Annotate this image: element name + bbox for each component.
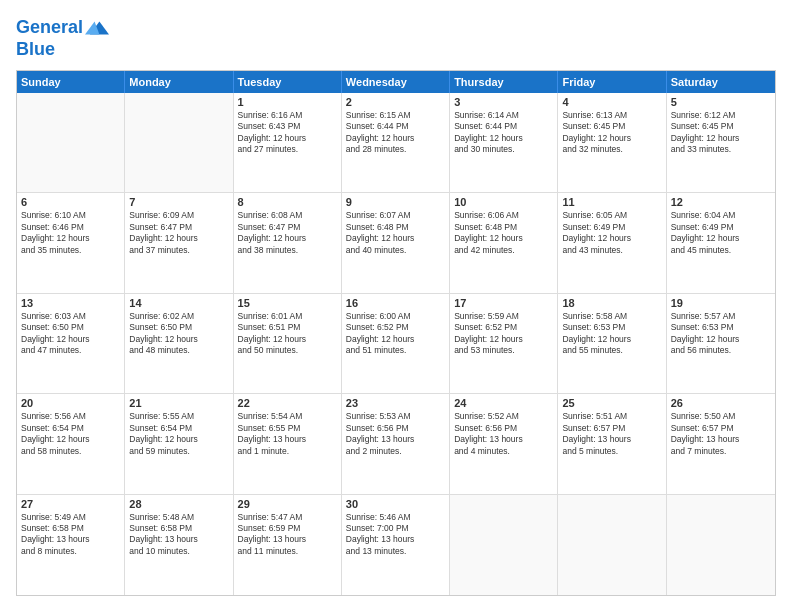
cell-info: Sunrise: 5:51 AM Sunset: 6:57 PM Dayligh…: [562, 411, 661, 457]
calendar-cell: 23Sunrise: 5:53 AM Sunset: 6:56 PM Dayli…: [342, 394, 450, 493]
cell-info: Sunrise: 6:13 AM Sunset: 6:45 PM Dayligh…: [562, 110, 661, 156]
cell-info: Sunrise: 6:08 AM Sunset: 6:47 PM Dayligh…: [238, 210, 337, 256]
day-number: 24: [454, 397, 553, 409]
cell-info: Sunrise: 6:06 AM Sunset: 6:48 PM Dayligh…: [454, 210, 553, 256]
cell-info: Sunrise: 5:49 AM Sunset: 6:58 PM Dayligh…: [21, 512, 120, 558]
day-number: 21: [129, 397, 228, 409]
header-day-saturday: Saturday: [667, 71, 775, 93]
calendar-cell: 14Sunrise: 6:02 AM Sunset: 6:50 PM Dayli…: [125, 294, 233, 393]
logo: General Blue: [16, 16, 109, 60]
day-number: 19: [671, 297, 771, 309]
calendar-cell: 25Sunrise: 5:51 AM Sunset: 6:57 PM Dayli…: [558, 394, 666, 493]
calendar-row-5: 27Sunrise: 5:49 AM Sunset: 6:58 PM Dayli…: [17, 495, 775, 595]
logo-blue: Blue: [16, 40, 109, 60]
day-number: 29: [238, 498, 337, 510]
day-number: 25: [562, 397, 661, 409]
day-number: 6: [21, 196, 120, 208]
calendar-row-3: 13Sunrise: 6:03 AM Sunset: 6:50 PM Dayli…: [17, 294, 775, 394]
calendar-cell: 9Sunrise: 6:07 AM Sunset: 6:48 PM Daylig…: [342, 193, 450, 292]
calendar-cell: 20Sunrise: 5:56 AM Sunset: 6:54 PM Dayli…: [17, 394, 125, 493]
day-number: 16: [346, 297, 445, 309]
calendar-cell: 19Sunrise: 5:57 AM Sunset: 6:53 PM Dayli…: [667, 294, 775, 393]
day-number: 5: [671, 96, 771, 108]
calendar-header: SundayMondayTuesdayWednesdayThursdayFrid…: [17, 71, 775, 93]
cell-info: Sunrise: 6:07 AM Sunset: 6:48 PM Dayligh…: [346, 210, 445, 256]
calendar-cell: 13Sunrise: 6:03 AM Sunset: 6:50 PM Dayli…: [17, 294, 125, 393]
calendar-cell: 22Sunrise: 5:54 AM Sunset: 6:55 PM Dayli…: [234, 394, 342, 493]
cell-info: Sunrise: 5:54 AM Sunset: 6:55 PM Dayligh…: [238, 411, 337, 457]
header-day-friday: Friday: [558, 71, 666, 93]
day-number: 26: [671, 397, 771, 409]
cell-info: Sunrise: 5:53 AM Sunset: 6:56 PM Dayligh…: [346, 411, 445, 457]
day-number: 22: [238, 397, 337, 409]
cell-info: Sunrise: 5:46 AM Sunset: 7:00 PM Dayligh…: [346, 512, 445, 558]
calendar-cell: 4Sunrise: 6:13 AM Sunset: 6:45 PM Daylig…: [558, 93, 666, 192]
cell-info: Sunrise: 5:56 AM Sunset: 6:54 PM Dayligh…: [21, 411, 120, 457]
day-number: 2: [346, 96, 445, 108]
cell-info: Sunrise: 6:02 AM Sunset: 6:50 PM Dayligh…: [129, 311, 228, 357]
calendar-cell: 30Sunrise: 5:46 AM Sunset: 7:00 PM Dayli…: [342, 495, 450, 595]
day-number: 4: [562, 96, 661, 108]
day-number: 20: [21, 397, 120, 409]
calendar-cell: 17Sunrise: 5:59 AM Sunset: 6:52 PM Dayli…: [450, 294, 558, 393]
cell-info: Sunrise: 6:05 AM Sunset: 6:49 PM Dayligh…: [562, 210, 661, 256]
cell-info: Sunrise: 5:57 AM Sunset: 6:53 PM Dayligh…: [671, 311, 771, 357]
header: General Blue: [16, 16, 776, 60]
cell-info: Sunrise: 5:52 AM Sunset: 6:56 PM Dayligh…: [454, 411, 553, 457]
calendar-cell: 8Sunrise: 6:08 AM Sunset: 6:47 PM Daylig…: [234, 193, 342, 292]
day-number: 9: [346, 196, 445, 208]
page: General Blue SundayMondayTuesdayWednesda…: [0, 0, 792, 612]
header-day-sunday: Sunday: [17, 71, 125, 93]
calendar-row-2: 6Sunrise: 6:10 AM Sunset: 6:46 PM Daylig…: [17, 193, 775, 293]
calendar-cell: 5Sunrise: 6:12 AM Sunset: 6:45 PM Daylig…: [667, 93, 775, 192]
header-day-tuesday: Tuesday: [234, 71, 342, 93]
calendar-cell: [450, 495, 558, 595]
day-number: 3: [454, 96, 553, 108]
cell-info: Sunrise: 6:10 AM Sunset: 6:46 PM Dayligh…: [21, 210, 120, 256]
cell-info: Sunrise: 6:03 AM Sunset: 6:50 PM Dayligh…: [21, 311, 120, 357]
cell-info: Sunrise: 6:00 AM Sunset: 6:52 PM Dayligh…: [346, 311, 445, 357]
cell-info: Sunrise: 6:12 AM Sunset: 6:45 PM Dayligh…: [671, 110, 771, 156]
cell-info: Sunrise: 6:16 AM Sunset: 6:43 PM Dayligh…: [238, 110, 337, 156]
calendar-cell: 28Sunrise: 5:48 AM Sunset: 6:58 PM Dayli…: [125, 495, 233, 595]
day-number: 30: [346, 498, 445, 510]
header-day-wednesday: Wednesday: [342, 71, 450, 93]
calendar-cell: 24Sunrise: 5:52 AM Sunset: 6:56 PM Dayli…: [450, 394, 558, 493]
cell-info: Sunrise: 5:50 AM Sunset: 6:57 PM Dayligh…: [671, 411, 771, 457]
day-number: 11: [562, 196, 661, 208]
calendar-cell: 26Sunrise: 5:50 AM Sunset: 6:57 PM Dayli…: [667, 394, 775, 493]
calendar-cell: 15Sunrise: 6:01 AM Sunset: 6:51 PM Dayli…: [234, 294, 342, 393]
cell-info: Sunrise: 6:09 AM Sunset: 6:47 PM Dayligh…: [129, 210, 228, 256]
calendar: SundayMondayTuesdayWednesdayThursdayFrid…: [16, 70, 776, 596]
cell-info: Sunrise: 5:58 AM Sunset: 6:53 PM Dayligh…: [562, 311, 661, 357]
calendar-cell: 10Sunrise: 6:06 AM Sunset: 6:48 PM Dayli…: [450, 193, 558, 292]
calendar-cell: 21Sunrise: 5:55 AM Sunset: 6:54 PM Dayli…: [125, 394, 233, 493]
day-number: 14: [129, 297, 228, 309]
calendar-cell: 29Sunrise: 5:47 AM Sunset: 6:59 PM Dayli…: [234, 495, 342, 595]
day-number: 28: [129, 498, 228, 510]
calendar-cell: [125, 93, 233, 192]
calendar-cell: 18Sunrise: 5:58 AM Sunset: 6:53 PM Dayli…: [558, 294, 666, 393]
day-number: 1: [238, 96, 337, 108]
cell-info: Sunrise: 5:55 AM Sunset: 6:54 PM Dayligh…: [129, 411, 228, 457]
logo-icon: [85, 16, 109, 40]
calendar-cell: 1Sunrise: 6:16 AM Sunset: 6:43 PM Daylig…: [234, 93, 342, 192]
day-number: 23: [346, 397, 445, 409]
calendar-cell: 16Sunrise: 6:00 AM Sunset: 6:52 PM Dayli…: [342, 294, 450, 393]
cell-info: Sunrise: 6:01 AM Sunset: 6:51 PM Dayligh…: [238, 311, 337, 357]
cell-info: Sunrise: 6:15 AM Sunset: 6:44 PM Dayligh…: [346, 110, 445, 156]
day-number: 18: [562, 297, 661, 309]
calendar-cell: 3Sunrise: 6:14 AM Sunset: 6:44 PM Daylig…: [450, 93, 558, 192]
calendar-cell: 11Sunrise: 6:05 AM Sunset: 6:49 PM Dayli…: [558, 193, 666, 292]
day-number: 27: [21, 498, 120, 510]
logo-text: General: [16, 18, 83, 38]
calendar-cell: 7Sunrise: 6:09 AM Sunset: 6:47 PM Daylig…: [125, 193, 233, 292]
calendar-cell: [667, 495, 775, 595]
day-number: 15: [238, 297, 337, 309]
calendar-cell: 2Sunrise: 6:15 AM Sunset: 6:44 PM Daylig…: [342, 93, 450, 192]
cell-info: Sunrise: 5:59 AM Sunset: 6:52 PM Dayligh…: [454, 311, 553, 357]
calendar-cell: [558, 495, 666, 595]
day-number: 12: [671, 196, 771, 208]
calendar-row-1: 1Sunrise: 6:16 AM Sunset: 6:43 PM Daylig…: [17, 93, 775, 193]
logo-general: General: [16, 17, 83, 37]
